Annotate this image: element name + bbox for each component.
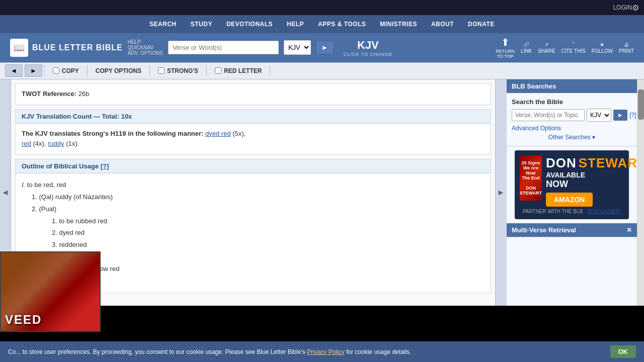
multi-verse-close-icon[interactable]: ✕ bbox=[626, 226, 632, 234]
kjv-desc-label: The KJV translates Strong's H119 in the … bbox=[22, 130, 203, 137]
blb-searches-section: BLB Searches Search the Bible KJV ► [?] … bbox=[507, 79, 637, 146]
follow-icon: ★ bbox=[600, 42, 604, 47]
ad-disclaimer-link[interactable]: (DISCLAIMER) bbox=[587, 209, 621, 214]
nav-item-study[interactable]: STUDY bbox=[185, 18, 218, 31]
ad-book-image: 25 SignsWe Are NearThe EndDONSTEWART bbox=[520, 155, 542, 201]
scrollbar-thumb[interactable] bbox=[638, 89, 644, 120]
count1: (5x), bbox=[232, 130, 246, 137]
follow-label: FOLLOW bbox=[592, 48, 613, 54]
cite-icon: " bbox=[573, 42, 575, 47]
scrollbar[interactable] bbox=[637, 79, 644, 306]
cite-label: CITE THIS bbox=[561, 48, 586, 54]
kjv-sub: CLICK TO CHANGE bbox=[344, 52, 392, 57]
search-go-button[interactable]: ► bbox=[316, 41, 334, 54]
prev-button[interactable]: ◄ bbox=[5, 64, 23, 77]
print-icon: 🖨 bbox=[624, 42, 629, 47]
help-links: HELP QUICKNAV ADV. OPTIONS bbox=[128, 39, 163, 56]
multi-verse-section: Multi-Verse Retrieval ✕ bbox=[507, 223, 637, 237]
ruddy-link[interactable]: ruddy bbox=[48, 140, 64, 147]
sidebar-help-link[interactable]: [?] bbox=[629, 112, 636, 119]
link-button[interactable]: 🔗 LINK bbox=[521, 42, 532, 54]
follow-button[interactable]: ★ FOLLOW bbox=[592, 42, 613, 54]
nav-item-search[interactable]: SEARCH bbox=[143, 18, 183, 31]
search-bible-label: Search the Bible bbox=[512, 98, 632, 106]
outline-sub2-list: 1. to be rubbed red 2. dyed red 3. redde… bbox=[32, 216, 485, 250]
right-nav-arrow[interactable]: ► bbox=[495, 79, 506, 306]
ad-title-row: DON STEWART bbox=[546, 155, 644, 171]
header-actions: ⬆ RETURNTO TOP 🔗 LINK ↗ SHARE " CITE THI… bbox=[496, 36, 634, 59]
quicknav-link[interactable]: QUICKNAV bbox=[128, 45, 163, 50]
list-item: 3. reddened bbox=[52, 240, 485, 250]
sidebar-version-select[interactable]: KJV bbox=[587, 109, 611, 122]
nav-item-ministries[interactable]: MINISTRIES bbox=[374, 18, 423, 31]
video-overlay: VEED bbox=[0, 251, 101, 306]
share-button[interactable]: ↗ SHARE bbox=[538, 42, 555, 54]
ad-partner-label: PARTNER WITH THE BLB bbox=[523, 209, 583, 214]
adv-options-link[interactable]: ADV. OPTIONS bbox=[128, 50, 163, 56]
sidebar-search-row: KJV ► [?] bbox=[512, 109, 632, 122]
twot-section: TWOT Reference: 26b bbox=[15, 83, 491, 105]
nav-bar: SEARCH STUDY DEVOTIONALS HELP APPS & TOO… bbox=[0, 15, 644, 33]
ad-text-column: DON STEWART AVAILABLE NOW AMAZON bbox=[546, 155, 644, 207]
nav-item-donate[interactable]: DONATE bbox=[462, 18, 501, 31]
multi-verse-header: Multi-Verse Retrieval ✕ bbox=[507, 223, 637, 237]
sidebar-search-input[interactable] bbox=[512, 109, 585, 121]
ad-amazon-button[interactable]: AMAZON bbox=[546, 193, 593, 207]
ad-title-stewart: STEWART bbox=[579, 155, 644, 171]
other-searches-link[interactable]: Other Searches ▾ bbox=[512, 134, 632, 141]
share-label: SHARE bbox=[538, 48, 555, 54]
list-item: 1. to cause to show red bbox=[52, 264, 485, 275]
twot-label: TWOT Reference: bbox=[22, 90, 76, 98]
ad-available-label: AVAILABLE bbox=[546, 171, 585, 179]
print-label: PRINT bbox=[619, 48, 634, 54]
red-letter-button[interactable]: RED LETTER bbox=[207, 65, 270, 76]
nav-item-devotionals[interactable]: DEVOTIONALS bbox=[220, 18, 279, 31]
dyed-red-link[interactable]: dyed red bbox=[205, 130, 231, 137]
logo-icon: 📖 bbox=[10, 39, 28, 57]
blb-searches-label: BLB Searches bbox=[512, 82, 556, 90]
red-link[interactable]: red bbox=[22, 140, 31, 147]
kjv-count-header: KJV Translation Count — Total: 10x bbox=[16, 110, 491, 124]
copy-label: COPY bbox=[62, 67, 79, 74]
outline-help-link[interactable]: [?] bbox=[101, 162, 109, 170]
nav-item-help[interactable]: HELP bbox=[281, 18, 310, 31]
share-icon: ↗ bbox=[544, 42, 548, 47]
twot-value: 26b bbox=[78, 90, 90, 98]
nav-item-about[interactable]: ABOUT bbox=[425, 18, 460, 31]
return-top-label: RETURNTO TOP bbox=[496, 49, 515, 59]
red-letter-label: RED LETTER bbox=[224, 67, 262, 74]
outline-title: Outline of Biblical Usage bbox=[22, 162, 99, 170]
kjv-count-section: KJV Translation Count — Total: 10x The K… bbox=[15, 109, 491, 155]
ad-now-label: NOW bbox=[546, 179, 568, 190]
nav-item-apps[interactable]: APPS & TOOLS bbox=[312, 18, 372, 31]
list-item: 2. (Pual) 1. to be rubbed red 2. dyed re… bbox=[32, 204, 485, 250]
count3: (1x). bbox=[66, 140, 79, 147]
ad-partner-text: PARTNER WITH THE BLB (DISCLAIMER) bbox=[523, 209, 621, 214]
kjv-version-display[interactable]: KJV CLICK TO CHANGE bbox=[344, 39, 392, 57]
video-face: VEED bbox=[1, 252, 100, 306]
version-select[interactable]: KJV bbox=[284, 40, 311, 55]
next-button[interactable]: ► bbox=[25, 64, 42, 77]
strongs-button[interactable]: STRONG'S bbox=[150, 65, 207, 76]
list-item: 1. (Qal) ruddy (of Nazarites) bbox=[32, 192, 485, 203]
link-icon: 🔗 bbox=[523, 42, 529, 47]
settings-icon[interactable]: ⚙ bbox=[632, 3, 639, 13]
top-bar: LOGIN ⚙ bbox=[0, 0, 644, 15]
copy-options-button[interactable]: COPY OPTIONS bbox=[88, 65, 150, 76]
list-item: 2. dyed red bbox=[52, 228, 485, 238]
cite-this-button[interactable]: " CITE THIS bbox=[561, 42, 586, 54]
help-link[interactable]: HELP bbox=[128, 39, 163, 45]
kjv-label: KJV bbox=[357, 39, 379, 52]
sidebar-go-button[interactable]: ► bbox=[613, 110, 627, 121]
strongs-checkbox[interactable] bbox=[158, 67, 165, 74]
print-button[interactable]: 🖨 PRINT bbox=[619, 42, 634, 54]
red-letter-checkbox[interactable] bbox=[215, 67, 221, 74]
copy-checkbox[interactable] bbox=[53, 67, 59, 74]
copy-button[interactable]: COPY bbox=[44, 65, 88, 76]
return-top-icon: ⬆ bbox=[501, 36, 510, 48]
search-input[interactable] bbox=[168, 41, 279, 54]
return-to-top-button[interactable]: ⬆ RETURNTO TOP bbox=[496, 36, 515, 59]
header-bar: 📖 Blue Letter Bible HELP QUICKNAV ADV. O… bbox=[0, 33, 644, 62]
advanced-options-link[interactable]: Advanced Options bbox=[512, 125, 632, 132]
login-link[interactable]: LOGIN bbox=[613, 4, 632, 11]
